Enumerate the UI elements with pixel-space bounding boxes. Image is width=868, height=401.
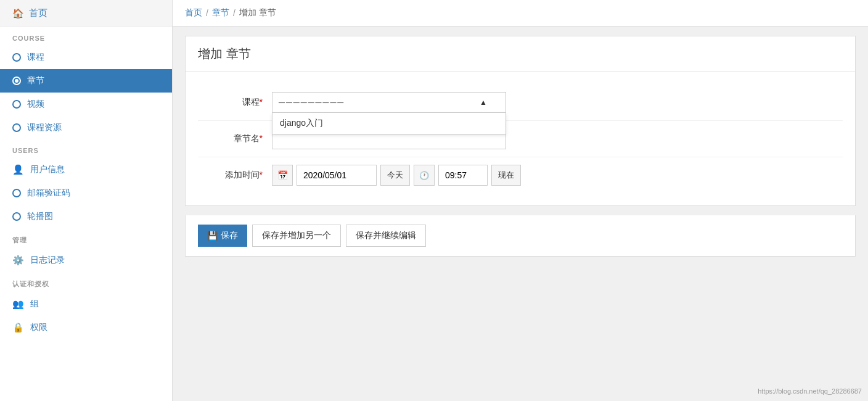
sidebar-home-link[interactable]: 🏠 首页 [0,0,172,27]
dot-icon [12,100,21,109]
sidebar-item-label: 日志记录 [30,255,65,266]
sidebar-item-group[interactable]: 👥 组 [0,292,172,316]
dropdown-arrow-icon: ▲ [480,98,487,107]
section-label-course: COURSE [0,27,172,46]
actions-card: 💾 保存 保存并增加另一个 保存并继续编辑 [185,215,856,257]
breadcrumb-current: 增加 章节 [239,7,276,19]
add-time-control-wrap: 📅 今天 🕐 现在 [272,165,843,186]
course-control-wrap: ───────── ▲ django入门 [272,92,843,113]
dropdown-option-django[interactable]: django入门 [272,113,506,134]
course-dropdown-value: ───────── [279,97,345,107]
page-title: 增加 章节 [198,46,843,62]
course-label: 课程* [198,92,272,108]
course-dropdown[interactable]: ───────── ▲ [272,92,506,113]
datetime-row: 📅 今天 🕐 现在 [272,165,843,186]
group-icon: 👥 [12,299,24,310]
sidebar-item-label: 课程 [27,52,44,63]
now-button[interactable]: 现在 [491,165,521,186]
dot-icon [12,53,21,62]
main-content: 首页 / 章节 / 增加 章节 增加 章节 课程* ───────── ▲ dj… [173,0,868,401]
breadcrumb-chapter[interactable]: 章节 [212,7,229,19]
sidebar-item-user-info[interactable]: 👤 用户信息 [0,158,172,181]
dot-icon [12,189,21,197]
sidebar-item-label: 视频 [27,99,44,110]
breadcrumb-home[interactable]: 首页 [185,7,202,19]
section-label-manage: 管理 [0,228,172,249]
section-label-users: USERS [0,139,172,158]
sidebar-item-label: 权限 [30,322,47,333]
dot-icon [12,212,21,221]
course-dropdown-wrapper: ───────── ▲ django入门 [272,92,506,113]
breadcrumb-sep-1: / [206,8,208,18]
sidebar-item-course[interactable]: 课程 [0,46,172,69]
user-icon: 👤 [12,164,24,175]
form-row-add-time: 添加时间* 📅 今天 🕐 现在 [198,157,843,193]
save-continue-button[interactable]: 保存并继续编辑 [346,225,426,247]
form-row-course: 课程* ───────── ▲ django入门 [198,85,843,121]
page-header: 增加 章节 [185,36,856,72]
required-star-2: * [260,133,263,143]
breadcrumb-sep-2: / [233,8,235,18]
home-icon: 🏠 [12,8,24,19]
time-input[interactable] [438,165,488,186]
date-input[interactable] [297,165,377,186]
course-dropdown-menu: django入门 [272,113,506,134]
sidebar-item-permission[interactable]: 🔒 权限 [0,316,172,339]
save-label: 保存 [221,230,238,241]
required-star-3: * [260,170,263,180]
today-button[interactable]: 今天 [380,165,410,186]
sidebar-item-video[interactable]: 视频 [0,93,172,116]
save-add-button[interactable]: 保存并增加另一个 [252,225,341,247]
chapter-name-label: 章节名* [198,128,272,144]
save-icon: 💾 [207,231,218,241]
gear-icon: ⚙️ [12,255,24,266]
sidebar-item-label: 轮播图 [27,211,53,222]
sidebar-item-label: 课程资源 [27,122,62,133]
sidebar: 🏠 首页 COURSE 课程 章节 视频 课程资源 USERS 👤 用户信息 邮… [0,0,173,401]
sidebar-item-label: 组 [30,299,39,310]
calendar-icon-btn[interactable]: 📅 [272,165,293,186]
dot-icon [12,76,21,85]
breadcrumb: 首页 / 章节 / 增加 章节 [173,0,868,27]
dot-icon [12,123,21,132]
add-time-label: 添加时间* [198,165,272,181]
required-star: * [260,97,263,107]
watermark: https://blog.csdn.net/qq_28286687 [758,387,862,395]
section-label-auth: 认证和授权 [0,272,172,292]
sidebar-item-banner[interactable]: 轮播图 [0,205,172,228]
sidebar-item-email-verify[interactable]: 邮箱验证码 [0,181,172,205]
sidebar-item-label: 章节 [27,75,44,86]
sidebar-item-course-resource[interactable]: 课程资源 [0,116,172,139]
sidebar-item-logs[interactable]: ⚙️ 日志记录 [0,249,172,272]
save-button[interactable]: 💾 保存 [198,225,247,247]
form-card: 课程* ───────── ▲ django入门 章节名* [185,72,856,206]
sidebar-item-label: 邮箱验证码 [27,188,70,199]
clock-icon-btn[interactable]: 🕐 [414,165,435,186]
sidebar-home-label: 首页 [29,7,47,19]
sidebar-item-chapter[interactable]: 章节 [0,69,172,93]
sidebar-item-label: 用户信息 [30,164,65,175]
lock-icon: 🔒 [12,322,24,333]
